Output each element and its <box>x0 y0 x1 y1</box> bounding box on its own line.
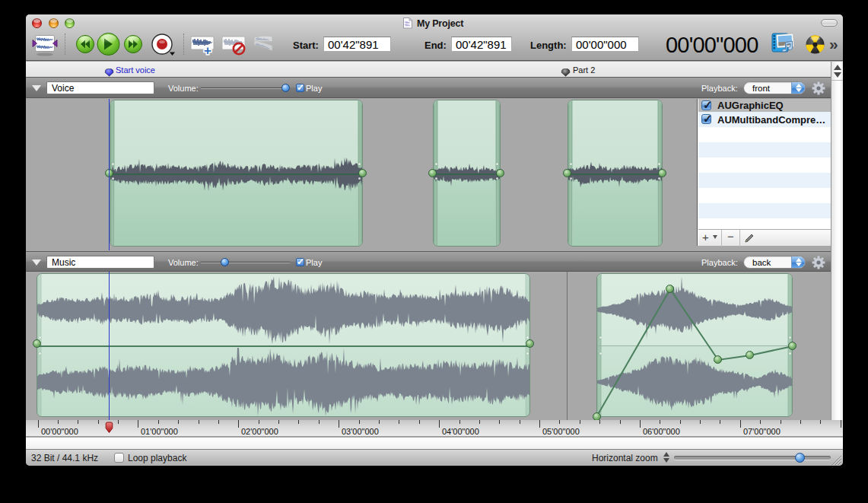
svg-text:+: + <box>204 43 211 57</box>
